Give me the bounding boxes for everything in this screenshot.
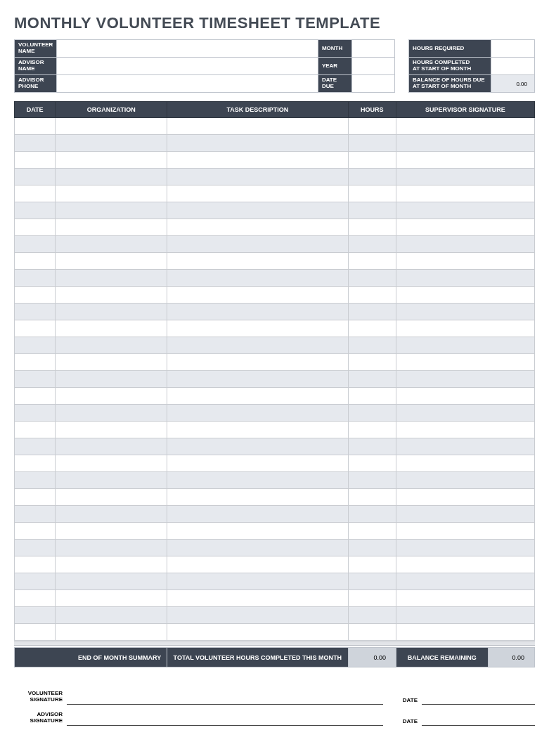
cell[interactable] [348,371,396,388]
cell[interactable] [396,556,534,573]
cell[interactable] [15,556,56,573]
cell[interactable] [167,320,348,337]
cell[interactable] [15,354,56,371]
cell[interactable] [396,607,534,624]
cell[interactable] [348,506,396,523]
cell[interactable] [396,253,534,270]
cell[interactable] [167,354,348,371]
cell[interactable] [15,506,56,523]
advisor-signature-line[interactable] [67,704,383,725]
cell[interactable] [56,185,167,202]
cell[interactable] [348,118,396,135]
cell[interactable] [396,202,534,219]
cell[interactable] [348,135,396,152]
cell[interactable] [348,304,396,320]
cell[interactable] [396,118,534,135]
cell[interactable] [15,472,56,489]
cell[interactable] [167,438,348,455]
cell[interactable] [348,472,396,489]
cell[interactable] [56,354,167,371]
cell[interactable] [15,320,56,337]
cell[interactable] [56,118,167,135]
cell[interactable] [396,405,534,422]
cell[interactable] [396,185,534,202]
cell[interactable] [396,422,534,438]
cell[interactable] [15,422,56,438]
cell[interactable] [15,304,56,320]
cell[interactable] [348,573,396,590]
cell[interactable] [167,202,348,219]
cell[interactable] [396,320,534,337]
cell[interactable] [56,202,167,219]
cell[interactable] [56,489,167,506]
volunteer-signature-line[interactable] [67,683,383,704]
cell[interactable] [348,455,396,472]
cell[interactable] [56,135,167,152]
cell[interactable] [56,573,167,590]
cell[interactable] [348,152,396,169]
cell[interactable] [167,371,348,388]
month-field[interactable] [351,40,394,58]
advisor-date-line[interactable] [422,704,535,725]
cell[interactable] [15,540,56,556]
cell[interactable] [348,556,396,573]
cell[interactable] [167,270,348,287]
cell[interactable] [15,287,56,304]
cell[interactable] [396,169,534,185]
cell[interactable] [167,185,348,202]
cell[interactable] [167,304,348,320]
cell[interactable] [396,287,534,304]
cell[interactable] [348,422,396,438]
cell[interactable] [167,540,348,556]
cell[interactable] [348,438,396,455]
cell[interactable] [348,185,396,202]
cell[interactable] [56,438,167,455]
cell[interactable] [15,607,56,624]
cell[interactable] [396,270,534,287]
cell[interactable] [396,236,534,253]
cell[interactable] [396,573,534,590]
cell[interactable] [15,624,56,641]
cell[interactable] [15,405,56,422]
cell[interactable] [348,337,396,354]
cell[interactable] [15,455,56,472]
cell[interactable] [348,236,396,253]
cell[interactable] [56,253,167,270]
cell[interactable] [56,270,167,287]
cell[interactable] [348,270,396,287]
cell[interactable] [396,455,534,472]
cell[interactable] [396,135,534,152]
cell[interactable] [56,219,167,236]
cell[interactable] [56,337,167,354]
cell[interactable] [15,337,56,354]
cell[interactable] [396,540,534,556]
cell[interactable] [56,169,167,185]
cell[interactable] [396,624,534,641]
cell[interactable] [396,152,534,169]
cell[interactable] [167,135,348,152]
cell[interactable] [56,152,167,169]
cell[interactable] [15,219,56,236]
cell[interactable] [348,624,396,641]
cell[interactable] [15,185,56,202]
cell[interactable] [167,337,348,354]
cell[interactable] [348,354,396,371]
cell[interactable] [15,371,56,388]
cell[interactable] [167,590,348,607]
cell[interactable] [167,573,348,590]
cell[interactable] [56,371,167,388]
cell[interactable] [56,556,167,573]
cell[interactable] [56,590,167,607]
cell[interactable] [348,202,396,219]
cell[interactable] [348,405,396,422]
cell[interactable] [15,590,56,607]
cell[interactable] [348,590,396,607]
cell[interactable] [167,287,348,304]
cell[interactable] [56,236,167,253]
cell[interactable] [15,489,56,506]
hours-completed-field[interactable] [491,58,535,75]
cell[interactable] [15,388,56,405]
cell[interactable] [15,573,56,590]
cell[interactable] [56,624,167,641]
cell[interactable] [56,304,167,320]
